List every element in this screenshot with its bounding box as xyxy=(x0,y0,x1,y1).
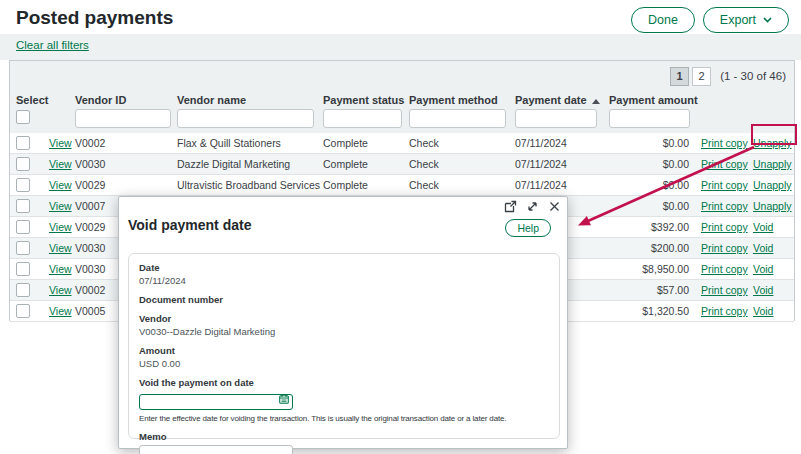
void-link[interactable]: Void xyxy=(753,238,773,258)
payment-amount-cell: $0.00 xyxy=(570,196,689,216)
vendor-id-cell: V0002 xyxy=(75,133,105,153)
view-link[interactable]: View xyxy=(49,217,72,237)
view-link[interactable]: View xyxy=(49,280,72,300)
payment-amount-cell: $57.00 xyxy=(570,280,689,300)
print-copy-link[interactable]: Print copy xyxy=(701,133,748,153)
void-payment-form: Date 07/11/2024 Document number Vendor V… xyxy=(128,253,560,439)
unapply-link[interactable]: Unapply xyxy=(753,175,792,195)
vendor-id-cell: V0002 xyxy=(75,280,105,300)
payment-amount-filter-input[interactable] xyxy=(609,109,690,128)
vendor-value: V0030--Dazzle Digital Marketing xyxy=(139,326,549,337)
row-checkbox[interactable] xyxy=(16,241,30,255)
payment-date-cell: 07/11/2024 xyxy=(515,133,567,153)
print-copy-link[interactable]: Print copy xyxy=(701,175,748,195)
payment-amount-cell: $392.00 xyxy=(570,217,689,237)
payment-method-filter-input[interactable] xyxy=(409,109,506,128)
unapply-link[interactable]: Unapply xyxy=(753,133,792,153)
payment-date-cell: 07/11/2024 xyxy=(515,175,567,195)
calendar-icon[interactable] xyxy=(279,394,289,404)
page-1-button[interactable]: 1 xyxy=(670,67,689,86)
print-copy-link[interactable]: Print copy xyxy=(701,217,748,237)
unapply-link[interactable]: Unapply xyxy=(753,196,792,216)
row-checkbox[interactable] xyxy=(16,136,30,150)
row-checkbox[interactable] xyxy=(16,157,30,171)
chevron-down-icon xyxy=(763,17,772,23)
void-date-label: Void the payment on date xyxy=(139,377,549,388)
unapply-link[interactable]: Unapply xyxy=(753,154,792,174)
void-date-input[interactable] xyxy=(139,394,293,410)
vendor-name-cell: Flax & Quill Stationers xyxy=(177,133,281,153)
select-all-checkbox[interactable] xyxy=(16,110,30,124)
view-link[interactable]: View xyxy=(49,154,72,174)
void-payment-date-modal: Void payment date Help Date 07/11/2024 D… xyxy=(118,196,568,449)
view-link[interactable]: View xyxy=(49,259,72,279)
payment-amount-cell: $0.00 xyxy=(570,154,689,174)
done-button[interactable]: Done xyxy=(631,7,695,33)
row-checkbox[interactable] xyxy=(16,178,30,192)
payment-method-column-header: Payment method xyxy=(409,94,498,106)
print-copy-link[interactable]: Print copy xyxy=(701,196,748,216)
void-link[interactable]: Void xyxy=(753,280,773,300)
void-link[interactable]: Void xyxy=(753,301,773,321)
sort-ascending-icon xyxy=(592,99,600,104)
row-checkbox[interactable] xyxy=(16,262,30,276)
print-copy-link[interactable]: Print copy xyxy=(701,154,748,174)
payment-date-cell: 07/11/2024 xyxy=(515,154,567,174)
view-link[interactable]: View xyxy=(49,301,72,321)
vendor-id-cell: V0030 xyxy=(75,259,105,279)
print-copy-link[interactable]: Print copy xyxy=(701,280,748,300)
title-bar: Posted payments Done Export xyxy=(0,0,801,34)
view-link[interactable]: View xyxy=(49,196,72,216)
memo-label: Memo xyxy=(139,431,549,442)
page-title: Posted payments xyxy=(16,7,173,29)
open-new-window-icon[interactable] xyxy=(504,200,517,213)
payment-status-filter-input[interactable] xyxy=(323,109,402,128)
print-copy-link[interactable]: Print copy xyxy=(701,301,748,321)
print-copy-link[interactable]: Print copy xyxy=(701,238,748,258)
vendor-id-cell: V0029 xyxy=(75,217,105,237)
help-button[interactable]: Help xyxy=(505,219,551,237)
vendor-id-cell: V0030 xyxy=(75,154,105,174)
payment-date-filter-input[interactable] xyxy=(515,109,597,128)
payment-status-column-header: Payment status xyxy=(323,94,404,106)
vendor-name-column-header: Vendor name xyxy=(177,94,246,106)
payment-amount-cell: $0.00 xyxy=(570,133,689,153)
void-link[interactable]: Void xyxy=(753,259,773,279)
pagination: 1 2 (1 - 30 of 46) xyxy=(670,66,786,86)
void-date-helper-text: Enter the effective date for voiding the… xyxy=(139,414,549,423)
pagination-range: (1 - 30 of 46) xyxy=(720,70,786,82)
row-checkbox[interactable] xyxy=(16,220,30,234)
view-link[interactable]: View xyxy=(49,238,72,258)
close-icon[interactable] xyxy=(548,200,561,213)
row-checkbox[interactable] xyxy=(16,304,30,318)
vendor-id-filter-input[interactable] xyxy=(75,109,171,128)
amount-value: USD 0.00 xyxy=(139,358,549,369)
clear-all-filters-link[interactable]: Clear all filters xyxy=(16,39,89,51)
payment-amount-cell: $200.00 xyxy=(570,238,689,258)
row-checkbox[interactable] xyxy=(16,283,30,297)
memo-input[interactable] xyxy=(139,445,293,454)
view-link[interactable]: View xyxy=(49,175,72,195)
export-button[interactable]: Export xyxy=(703,7,789,33)
void-link[interactable]: Void xyxy=(753,217,773,237)
payment-amount-column-header: Payment amount xyxy=(609,94,698,106)
payment-method-cell: Check xyxy=(409,154,439,174)
page-2-button[interactable]: 2 xyxy=(692,67,711,86)
payment-amount-cell: $1,320.50 xyxy=(570,301,689,321)
payment-status-cell: Complete xyxy=(323,175,368,195)
vendor-id-column-header: Vendor ID xyxy=(75,94,126,106)
table-row: ViewV0002Flax & Quill StationersComplete… xyxy=(10,133,794,154)
view-link[interactable]: View xyxy=(49,133,72,153)
select-column-header: Select xyxy=(16,94,48,106)
payment-method-cell: Check xyxy=(409,175,439,195)
vendor-id-cell: V0030 xyxy=(75,238,105,258)
vendor-name-filter-input[interactable] xyxy=(177,109,314,128)
expand-icon[interactable] xyxy=(526,200,539,213)
payment-amount-cell: $0.00 xyxy=(570,175,689,195)
vendor-id-cell: V0005 xyxy=(75,301,105,321)
payment-date-column-header[interactable]: Payment date xyxy=(515,94,600,106)
payment-status-cell: Complete xyxy=(323,154,368,174)
table-row: ViewV0030Dazzle Digital MarketingComplet… xyxy=(10,154,794,175)
print-copy-link[interactable]: Print copy xyxy=(701,259,748,279)
row-checkbox[interactable] xyxy=(16,199,30,213)
